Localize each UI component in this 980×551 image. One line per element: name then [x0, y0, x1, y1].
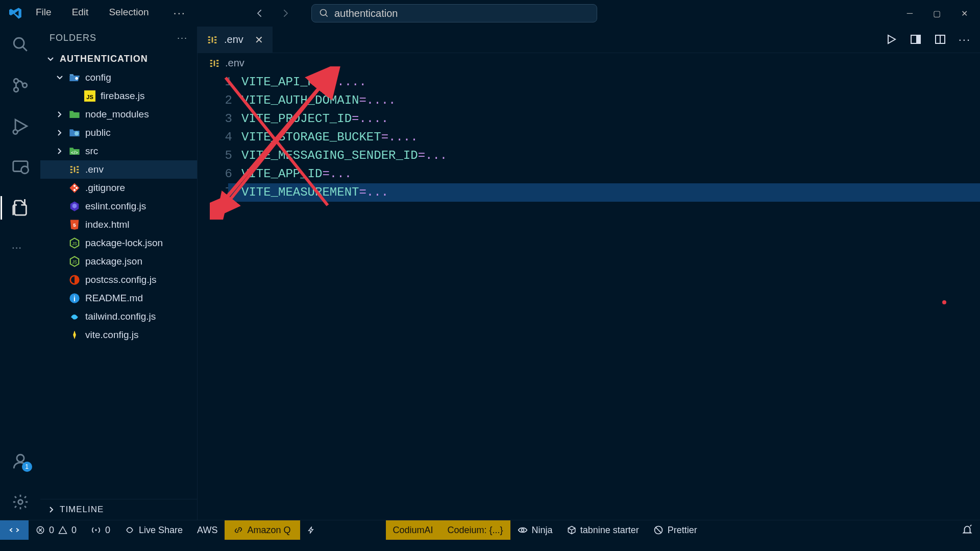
svg-text:5: 5: [73, 222, 76, 228]
file-tree: configJSfirebase.jsnode_modulespublic</>…: [40, 68, 197, 499]
command-center[interactable]: authentication: [311, 4, 597, 22]
tree-item-label: eslint.config.js: [85, 201, 146, 212]
code-line-1[interactable]: VITE_API_KEY=....: [241, 73, 980, 91]
tree-item-README-md[interactable]: iREADME.md: [40, 289, 197, 307]
sidebar-more-icon[interactable]: ···: [177, 33, 188, 43]
aws-status[interactable]: AWS: [190, 520, 225, 540]
code-line-3[interactable]: VITE_PROJECT_ID=....: [241, 110, 980, 128]
menu-bar: File Edit Selection ···: [33, 5, 189, 22]
bolt-status[interactable]: [300, 520, 323, 540]
svg-point-1: [14, 38, 24, 48]
tree-item-node_modules[interactable]: node_modules: [40, 105, 197, 124]
liveshare-status[interactable]: Live Share: [117, 520, 190, 540]
menu-more-icon[interactable]: ···: [170, 5, 189, 22]
more-activity-icon[interactable]: ···: [12, 240, 29, 250]
run-icon[interactable]: [885, 33, 897, 45]
settings-gear-icon[interactable]: [12, 493, 29, 511]
tree-item-vite-config-js[interactable]: vite.config.js: [40, 326, 197, 344]
codium-status[interactable]: CodiumAI: [386, 520, 440, 540]
ninja-status[interactable]: Ninja: [510, 520, 560, 540]
folder-open-icon: [69, 72, 80, 83]
codeium-status[interactable]: Codeium: {...}: [440, 520, 510, 540]
bolt-icon: [307, 525, 315, 535]
timeline-section[interactable]: TIMELINE: [40, 499, 197, 520]
editor-actions: ···: [885, 33, 980, 46]
ports-status[interactable]: 0: [84, 520, 117, 540]
code-line-5[interactable]: VITE_MESSAGING_SENDER_ID=...: [241, 147, 980, 165]
editor-more-icon[interactable]: ···: [959, 33, 971, 46]
code-line-6[interactable]: VITE_APP_ID=...: [241, 165, 980, 183]
tree-item-src[interactable]: </>src: [40, 142, 197, 160]
notifications-status[interactable]: [954, 520, 980, 540]
tabnine-status[interactable]: tabnine starter: [560, 520, 646, 540]
maximize-icon[interactable]: ▢: [933, 9, 941, 18]
warning-icon: [58, 525, 67, 535]
tree-item-label: firebase.js: [101, 90, 145, 102]
accounts-icon[interactable]: 1: [12, 452, 29, 470]
env-icon: [207, 34, 218, 45]
menu-file[interactable]: File: [33, 5, 55, 22]
close-window-icon[interactable]: ✕: [961, 9, 968, 18]
js-icon: JS: [84, 90, 95, 102]
workspace-root[interactable]: AUTHENTICATION: [40, 50, 197, 68]
tree-item-label: postcss.config.js: [85, 274, 156, 285]
tree-item-package-lock-json[interactable]: JSpackage-lock.json: [40, 234, 197, 252]
window-controls: ─ ▢ ✕: [907, 9, 975, 18]
tree-item--env[interactable]: .env: [40, 160, 197, 179]
radio-icon: [91, 525, 101, 535]
tree-item-postcss-config-js[interactable]: postcss.config.js: [40, 271, 197, 289]
source-control-icon[interactable]: [12, 77, 29, 94]
editor-group: .env ✕ ··· .env 1234567 VITE_API_KEY=...…: [198, 27, 980, 520]
tree-item-index-html[interactable]: 5index.html: [40, 215, 197, 234]
search-activity-icon[interactable]: [12, 36, 29, 53]
minimize-icon[interactable]: ─: [907, 9, 913, 18]
tree-item-label: vite.config.js: [85, 329, 139, 341]
folder-icon: [69, 109, 80, 120]
split-editor-icon[interactable]: [934, 33, 946, 45]
sidebar: FOLDERS ··· AUTHENTICATION configJSfireb…: [40, 27, 198, 520]
tree-item-eslint-config-js[interactable]: eslint.config.js: [40, 197, 197, 215]
accounts-badge: 1: [22, 462, 32, 472]
run-debug-icon[interactable]: [12, 117, 29, 135]
tree-item-tailwind-config-js[interactable]: tailwind.config.js: [40, 307, 197, 326]
svg-point-35: [521, 529, 524, 532]
prettier-status[interactable]: Prettier: [646, 520, 704, 540]
tree-item-public[interactable]: public: [40, 124, 197, 142]
tree-item-package-json[interactable]: JSpackage.json: [40, 252, 197, 271]
search-icon: [319, 8, 329, 18]
explorer-icon[interactable]: [12, 199, 29, 217]
remote-explorer-icon[interactable]: [12, 158, 29, 176]
tree-item-firebase-js[interactable]: JSfirebase.js: [40, 87, 197, 105]
tree-item-label: tailwind.config.js: [85, 311, 156, 322]
errors-count: 0: [49, 525, 54, 536]
code-line-4[interactable]: VITE_STORAGE_BUCKET=....: [241, 128, 980, 147]
eslint-icon: [69, 201, 80, 212]
tailwind-icon: [69, 311, 80, 322]
vscode-logo-icon: [9, 7, 22, 20]
code-line-2[interactable]: VITE_AUTH_DOMAIN=....: [241, 91, 980, 110]
block-icon: [653, 525, 664, 535]
svg-point-34: [95, 529, 96, 531]
tree-item-config[interactable]: config: [40, 68, 197, 87]
tab-close-icon[interactable]: ✕: [255, 34, 263, 46]
remote-indicator[interactable]: [0, 520, 29, 540]
editor-area[interactable]: 1234567 VITE_API_KEY=....VITE_AUTH_DOMAI…: [198, 73, 980, 520]
nav-forward-icon[interactable]: [280, 8, 290, 18]
liveshare-label: Live Share: [139, 525, 183, 536]
breadcrumbs[interactable]: .env: [198, 53, 980, 73]
split-right-icon[interactable]: [910, 33, 922, 45]
code-line-7[interactable]: VITE_MEASUREMENT=...: [228, 183, 980, 202]
svg-rect-25: [916, 35, 920, 43]
menu-edit[interactable]: Edit: [69, 5, 92, 22]
info-icon: i: [69, 293, 80, 304]
menu-selection[interactable]: Selection: [106, 5, 152, 22]
tree-item--gitignore[interactable]: .gitignore: [40, 179, 197, 197]
nav-back-icon[interactable]: [255, 8, 265, 18]
amazonq-status[interactable]: Amazon Q: [225, 520, 300, 540]
code-content[interactable]: VITE_API_KEY=....VITE_AUTH_DOMAIN=....VI…: [241, 73, 980, 520]
problems-status[interactable]: 0 0: [29, 520, 84, 540]
git-icon: [69, 182, 80, 194]
tab-env[interactable]: .env ✕: [198, 27, 273, 53]
svg-text:JS: JS: [86, 94, 93, 100]
svg-point-13: [75, 131, 79, 135]
